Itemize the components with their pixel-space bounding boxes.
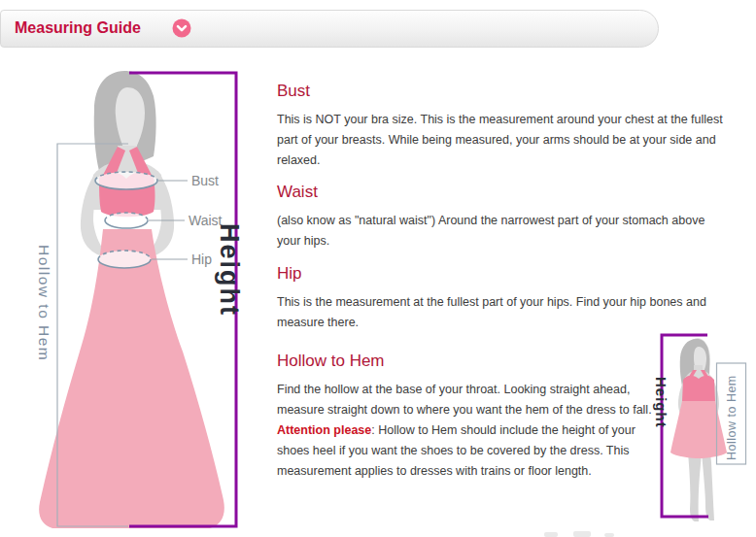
bust-label: Bust	[191, 173, 219, 188]
section-hip: Hip This is the measurement at the fulle…	[277, 264, 729, 333]
dress-skirt	[39, 229, 224, 528]
main-figure: Bust Waist Hip Hollow to Hem Height	[36, 71, 244, 528]
section-body-hollow-to-hem: Find the hollow at the base of your thro…	[277, 380, 658, 482]
section-body-bust: This is NOT your bra size. This is the m…	[277, 110, 729, 171]
attention-note: Attention please	[277, 423, 371, 437]
waist-ring	[105, 213, 148, 228]
height-label: Height	[215, 223, 244, 317]
section-bust: Bust This is NOT your bra size. This is …	[277, 82, 729, 171]
hip-ring	[98, 251, 151, 268]
cutoff-artifact	[573, 531, 591, 537]
hollow-body-before: Find the hollow at the base of your thro…	[277, 383, 652, 417]
section-body-hip: This is the measurement at the fullest p…	[277, 292, 729, 333]
section-heading-hollow-to-hem: Hollow to Hem	[277, 352, 729, 371]
cutoff-artifact	[544, 532, 558, 537]
hollow-to-hem-label: Hollow to Hem	[36, 245, 52, 361]
cutoff-artifact	[604, 533, 614, 537]
bust-ring	[95, 172, 157, 189]
measuring-guide-page: Measuring Guide	[0, 0, 756, 537]
section-heading-waist: Waist	[277, 183, 729, 202]
section-heading-hip: Hip	[277, 264, 729, 284]
section-heading-bust: Bust	[277, 82, 729, 101]
section-body-waist: (also know as "natural waist") Around th…	[277, 211, 729, 252]
section-hollow-to-hem: Hollow to Hem Find the hollow at the bas…	[277, 352, 729, 482]
section-waist: Waist (also know as "natural waist") Aro…	[277, 183, 729, 252]
hip-label: Hip	[191, 252, 212, 267]
